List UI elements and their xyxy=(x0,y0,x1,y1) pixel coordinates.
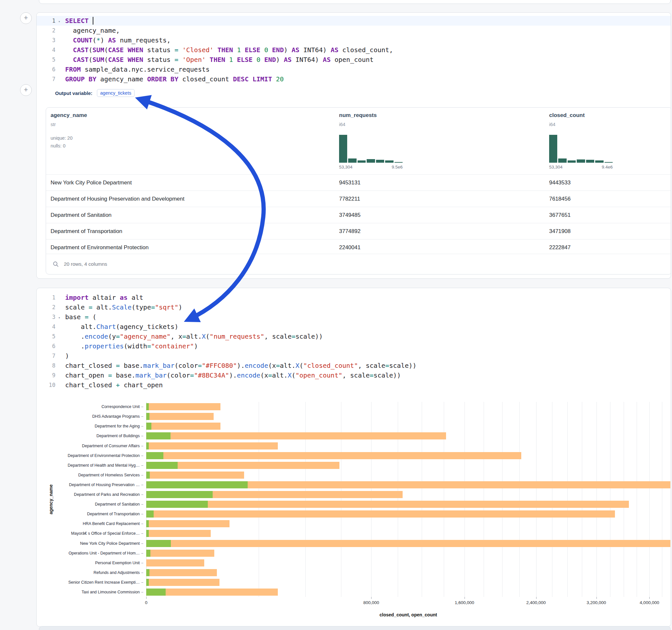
code-line[interactable]: 7GROUP BY agency_name ORDER BY closed_co… xyxy=(37,74,671,84)
x-axis-tick xyxy=(597,597,597,599)
y-axis-tick xyxy=(141,553,143,554)
gridline xyxy=(444,402,444,597)
line-number: 8 xyxy=(37,361,61,370)
table-row[interactable]: Department of Housing Preservation and D… xyxy=(46,191,671,207)
chart-plot-area xyxy=(146,402,670,597)
table-cell: 7782211 xyxy=(339,196,360,202)
y-axis-tick xyxy=(141,573,143,573)
y-axis-category-label: Refunds and Adjustments xyxy=(94,571,140,575)
histogram-max-label: 9.5e6 xyxy=(391,165,403,169)
closed_count-bar xyxy=(146,530,211,537)
closed_count-bar xyxy=(146,588,278,596)
code-line[interactable]: 1import altair as alt xyxy=(37,293,671,302)
altair-chart: agency_name Correspondence UnitDHS Advan… xyxy=(37,398,671,625)
plus-icon: + xyxy=(24,86,28,94)
fold-chevron-icon[interactable]: ▾ xyxy=(58,313,60,323)
notebook-page: + + 1▾SELECT 2 agency_name,3 COUNT(*) AS… xyxy=(0,0,672,630)
open_count-bar xyxy=(146,530,149,537)
open_count-bar xyxy=(146,413,149,420)
code-line[interactable]: 9chart_open = base.mark_bar(color="#8BC3… xyxy=(37,370,671,380)
open_count-bar xyxy=(146,471,150,479)
histogram-bar xyxy=(376,160,384,163)
code-line[interactable]: 7) xyxy=(37,351,671,361)
code-line[interactable]: 10chart_closed + chart_open xyxy=(37,380,671,390)
x-axis-tick xyxy=(649,597,650,599)
code-line[interactable]: 2 agency_name, xyxy=(37,26,671,35)
y-axis-category-label: Department for the Aging xyxy=(95,424,140,429)
open_count-bar xyxy=(146,432,170,439)
line-number: 5 xyxy=(37,55,61,65)
y-axis-category-label: Taxi and Limousine Commission xyxy=(82,590,140,595)
y-axis-category-label: Department of Parks and Recreation xyxy=(74,492,140,497)
code-line[interactable]: 8chart_closed = base.mark_bar(color="#FF… xyxy=(37,361,671,370)
results-table: agency_name str unique: 20 nulls: 0 num_… xyxy=(46,107,671,274)
code-line[interactable]: 4 CAST(SUM(CASE WHEN status = 'Closed' T… xyxy=(37,45,671,55)
gridline xyxy=(597,402,597,597)
open_count-bar xyxy=(146,462,178,469)
line-number: 1 xyxy=(37,293,61,302)
y-axis-category-label: DHS Advantage Programs xyxy=(92,414,140,419)
code-line[interactable]: 6FROM sample_data.nyc.service_requests xyxy=(37,65,671,74)
histogram-bar xyxy=(595,161,603,163)
column-name: num_requests xyxy=(339,112,377,119)
table-row[interactable]: Department of Environmental Protection22… xyxy=(46,239,671,256)
histogram-bar xyxy=(385,161,393,163)
y-axis-category-label: Correspondence Unit xyxy=(101,405,140,409)
output-variable-chip[interactable]: agency_tickets xyxy=(97,89,135,97)
histogram-bar xyxy=(339,135,347,163)
column-type: i64 xyxy=(339,122,345,127)
histogram-bar xyxy=(358,161,366,163)
x-axis-tick-label: 0 xyxy=(127,600,166,605)
table-row[interactable]: Department of Transportation377489234719… xyxy=(46,223,671,239)
code-line[interactable]: 6 .properties(width="container") xyxy=(37,341,671,351)
code-line[interactable]: 3▾base = ( xyxy=(37,312,671,322)
table-row[interactable]: New York City Police Department945313194… xyxy=(46,174,671,191)
open_count-bar xyxy=(146,481,248,488)
closed_count-bar xyxy=(146,579,219,586)
column-name: agency_name xyxy=(51,112,87,119)
code-line[interactable]: 4 alt.Chart(agency_tickets) xyxy=(37,322,671,332)
code-line[interactable]: 5 CAST(SUM(CASE WHEN status = 'Open' THE… xyxy=(37,55,671,65)
table-cell: 9453131 xyxy=(339,179,360,186)
table-cell: Department of Sanitation xyxy=(51,212,112,218)
add-cell-button-middle[interactable]: + xyxy=(20,84,32,96)
search-icon[interactable] xyxy=(52,261,59,267)
code-line[interactable]: 3 COUNT(*) AS num_requests, xyxy=(37,35,671,45)
code-line[interactable]: 5 .encode(y="agency_name", x=alt.X("num_… xyxy=(37,332,671,341)
open_count-bar xyxy=(146,452,163,459)
table-cell: 3774892 xyxy=(339,228,360,235)
closed_count-bar xyxy=(146,569,217,576)
line-number: 7 xyxy=(37,351,61,361)
fold-chevron-icon[interactable]: ▾ xyxy=(58,17,60,27)
open_count-bar xyxy=(146,579,149,586)
table-cell: Department of Transportation xyxy=(51,228,122,235)
open_count-bar xyxy=(146,510,154,517)
y-axis-category-label: Mayorâ€ s Office of Special Enforce… xyxy=(71,531,140,536)
code-line[interactable]: 2scale = alt.Scale(type="sqrt") xyxy=(37,302,671,312)
gridline xyxy=(552,402,552,597)
gridline xyxy=(567,402,568,597)
table-row[interactable]: Department of Sanitation37494853677651 xyxy=(46,207,671,223)
y-axis-category-label: Department of Consumer Affairs xyxy=(82,444,140,448)
sql-code-editor[interactable]: 1▾SELECT 2 agency_name,3 COUNT(*) AS num… xyxy=(37,16,671,84)
line-number: 9 xyxy=(37,370,61,380)
y-axis-category-label: Operations Unit - Department of Hom… xyxy=(68,551,140,555)
gridline xyxy=(484,402,484,597)
y-axis-tick xyxy=(141,407,143,407)
text-cursor xyxy=(93,17,93,25)
add-cell-button-top[interactable]: + xyxy=(20,12,32,24)
gridline xyxy=(502,402,502,597)
histogram-bar xyxy=(577,160,585,163)
python-code-editor[interactable]: 1import altair as alt2scale = alt.Scale(… xyxy=(37,293,671,390)
open_count-bar xyxy=(146,550,150,557)
column-histogram xyxy=(549,135,613,163)
output-variable-row: Output variable: agency_tickets xyxy=(55,89,135,97)
y-axis-tick xyxy=(141,533,143,534)
output-variable-label: Output variable: xyxy=(55,91,92,96)
x-axis-tick-label: 1,600,000 xyxy=(445,600,484,605)
column-type: i64 xyxy=(549,122,555,127)
closed_count-bar xyxy=(146,403,220,410)
code-line[interactable]: 1▾SELECT xyxy=(37,16,671,26)
open_count-bar xyxy=(146,501,208,508)
y-axis-category-label: Department of Homeless Services xyxy=(78,473,140,477)
